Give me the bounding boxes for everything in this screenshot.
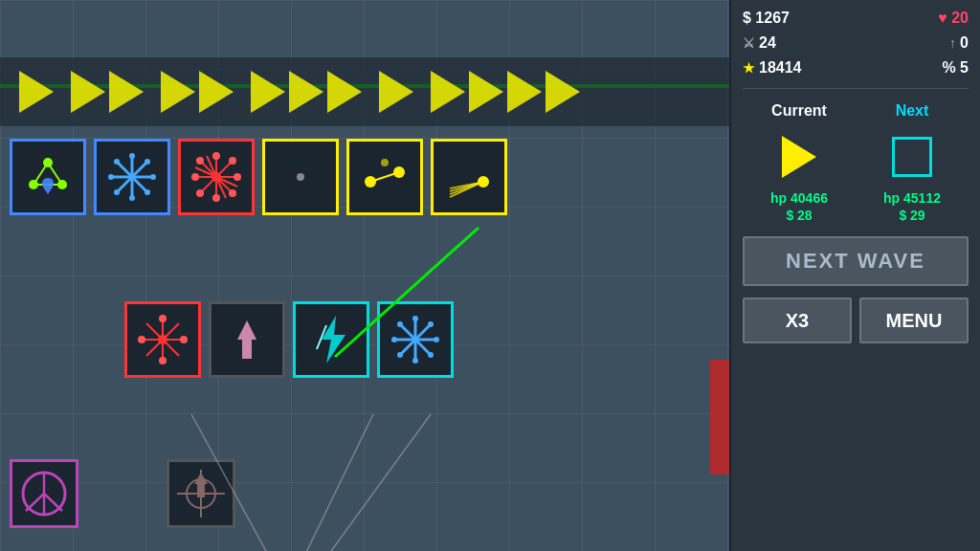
- star-icon: ★: [743, 60, 755, 76]
- enemy-row: [0, 57, 729, 126]
- next-wave-button[interactable]: NEXT WAVE: [743, 236, 969, 286]
- sword-value: 24: [759, 34, 776, 52]
- svg-point-26: [191, 173, 199, 181]
- svg-line-46: [316, 414, 431, 551]
- enemy-triangle: [379, 71, 413, 113]
- enemy-triangle: [199, 71, 234, 113]
- svg-point-15: [145, 189, 150, 195]
- enemy-triangle: [469, 71, 503, 113]
- money-value: $ 1267: [743, 10, 790, 27]
- star-value: 18414: [759, 59, 802, 77]
- svg-point-24: [212, 152, 220, 160]
- svg-point-17: [114, 189, 120, 195]
- next-hp-cost: hp 45112 $ 29: [883, 190, 941, 223]
- enemy-group-2: [71, 71, 144, 113]
- enemy-group-3: [161, 71, 234, 113]
- svg-line-74: [26, 494, 44, 511]
- svg-point-68: [397, 321, 403, 327]
- stats-row-3: ★ 18414 % 5: [743, 59, 969, 77]
- next-label: Next: [864, 102, 960, 120]
- star-stat: ★ 18414: [743, 59, 802, 77]
- tower-empty-2[interactable]: [209, 301, 285, 378]
- empty-spacer: [86, 459, 159, 528]
- current-cost: $ 28: [786, 208, 812, 223]
- arrow-value: 0: [960, 34, 969, 52]
- x3-button[interactable]: X3: [743, 298, 852, 343]
- current-enemy-preview: [782, 136, 816, 178]
- svg-point-67: [434, 337, 439, 342]
- sword-stat: ⚔ 24: [743, 34, 776, 52]
- svg-point-11: [129, 195, 135, 201]
- next-cost: $ 29: [899, 208, 924, 223]
- tower-laser[interactable]: [431, 139, 507, 215]
- hp-cost-row: hp 40466 $ 28 hp 45112 $ 29: [743, 190, 969, 223]
- svg-point-71: [397, 352, 403, 358]
- stats-row-1: $ 1267 ♥ 20: [743, 10, 969, 27]
- enemy-group-6: [431, 71, 580, 113]
- next-hp: hp 45112: [883, 190, 941, 206]
- current-hp: hp 40466: [770, 190, 828, 206]
- current-next-labels: Current Next: [743, 102, 969, 120]
- svg-point-55: [158, 335, 167, 344]
- svg-marker-79: [194, 473, 208, 484]
- tower-row-1: [10, 139, 507, 215]
- tower-empty-1[interactable]: [262, 139, 339, 215]
- enemy-triangle: [109, 71, 144, 113]
- svg-point-33: [297, 173, 304, 181]
- enemy-triangle: [161, 71, 195, 113]
- svg-point-29: [229, 189, 236, 197]
- svg-point-27: [234, 173, 241, 181]
- enemy-triangle: [546, 71, 580, 113]
- tower-peace[interactable]: [10, 459, 78, 528]
- svg-point-31: [196, 189, 204, 197]
- sword-icon: ⚔: [743, 35, 755, 51]
- tower-burst[interactable]: [178, 139, 255, 215]
- svg-point-70: [428, 321, 434, 327]
- tower-water[interactable]: [10, 139, 86, 215]
- current-label: Current: [751, 102, 847, 120]
- percent-stat: % 5: [942, 59, 969, 77]
- svg-marker-56: [237, 320, 256, 340]
- enemy-group-5: [379, 71, 413, 113]
- tower-lightning[interactable]: [293, 301, 369, 378]
- divider-1: [743, 88, 969, 89]
- svg-point-65: [412, 358, 418, 364]
- tower-freeze[interactable]: [94, 139, 170, 215]
- enemy-preview-row: [743, 133, 969, 181]
- game-area: [0, 0, 729, 551]
- svg-line-45: [297, 414, 373, 551]
- svg-point-14: [114, 159, 120, 165]
- svg-point-52: [159, 357, 167, 364]
- hearts-stat: ♥ 20: [938, 10, 969, 27]
- svg-point-10: [129, 153, 135, 159]
- tower-line[interactable]: [346, 139, 423, 215]
- svg-rect-57: [242, 340, 252, 359]
- svg-point-64: [412, 316, 418, 321]
- bottom-buttons: X3 MENU: [743, 298, 969, 343]
- hearts-value: ♥ 20: [938, 10, 969, 27]
- svg-point-53: [138, 336, 145, 343]
- right-panel: $ 1267 ♥ 20 ⚔ 24 ↑ 0 ★ 18414 % 5 Current…: [729, 0, 980, 551]
- svg-line-36: [370, 172, 399, 182]
- svg-point-54: [180, 336, 188, 343]
- svg-point-28: [196, 157, 204, 165]
- enemy-group-1: [19, 71, 54, 113]
- svg-point-69: [428, 352, 434, 358]
- enemy-group-4: [251, 71, 362, 113]
- stats-row-2: ⚔ 24 ↑ 0: [743, 34, 969, 52]
- svg-point-32: [212, 172, 221, 182]
- percent-value: % 5: [942, 59, 969, 77]
- tower-burst-2[interactable]: [124, 301, 201, 378]
- svg-point-16: [145, 159, 150, 165]
- svg-point-13: [150, 174, 156, 180]
- svg-point-51: [159, 315, 167, 322]
- svg-point-25: [212, 194, 220, 202]
- next-enemy-preview: [892, 137, 932, 177]
- current-hp-cost: hp 40466 $ 28: [770, 190, 828, 223]
- tower-freeze-2[interactable]: [377, 301, 454, 378]
- menu-button[interactable]: MENU: [859, 298, 969, 343]
- tower-arrow[interactable]: [167, 459, 235, 528]
- enemy-triangle: [289, 71, 323, 113]
- enemy-triangle: [19, 71, 54, 113]
- enemy-red-bar: [710, 360, 729, 474]
